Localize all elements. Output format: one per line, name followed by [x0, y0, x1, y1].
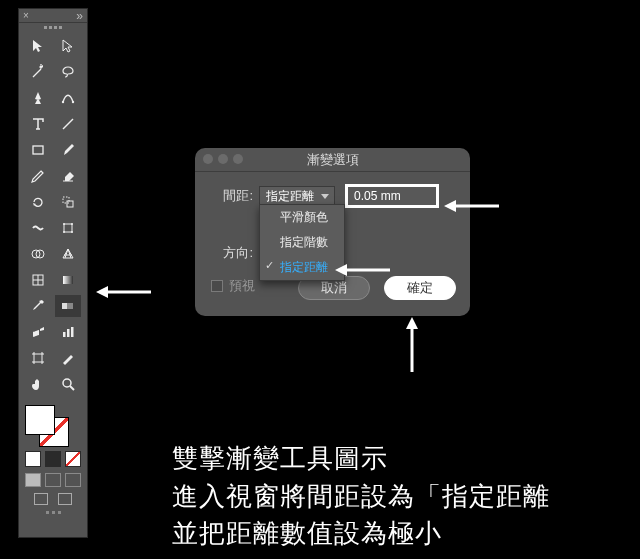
pen-tool[interactable]: [25, 87, 51, 109]
svg-point-0: [62, 101, 64, 103]
svg-marker-24: [96, 286, 108, 298]
svg-rect-14: [63, 276, 73, 284]
dialog-titlebar: 漸變選項: [195, 148, 470, 172]
panel-menu-icon[interactable]: »: [76, 11, 83, 21]
color-mode-solid[interactable]: [25, 451, 41, 467]
zoom-tool[interactable]: [55, 373, 81, 395]
preview-label: 預視: [229, 277, 255, 295]
scale-tool[interactable]: [55, 191, 81, 213]
spacing-label: 間距:: [209, 187, 253, 205]
fill-swatch[interactable]: [25, 405, 55, 435]
free-transform-tool[interactable]: [55, 217, 81, 239]
shaper-tool[interactable]: [25, 165, 51, 187]
traffic-min[interactable]: [218, 154, 228, 164]
traffic-close[interactable]: [203, 154, 213, 164]
tools-panel-header: × »: [19, 9, 87, 23]
type-tool[interactable]: [25, 113, 51, 135]
artboard-tool[interactable]: [25, 347, 51, 369]
svg-marker-30: [406, 317, 418, 329]
dd-option-smooth[interactable]: 平滑顏色: [260, 205, 344, 230]
rotate-tool[interactable]: [25, 191, 51, 213]
perspective-grid-tool[interactable]: [55, 243, 81, 265]
dialog-title-text: 漸變選項: [307, 151, 359, 169]
svg-point-7: [63, 223, 65, 225]
spacing-select[interactable]: 指定距離: [259, 186, 335, 206]
window-traffic-lights[interactable]: [203, 154, 243, 164]
slice-tool[interactable]: [55, 347, 81, 369]
blend-tool[interactable]: [55, 295, 81, 317]
arrow-to-blend-tool: [96, 282, 151, 302]
svg-line-2: [63, 119, 73, 129]
svg-rect-17: [63, 332, 66, 337]
edit-toolbar-icon[interactable]: [19, 511, 87, 518]
symbol-sprayer-tool[interactable]: [25, 321, 51, 343]
panel-grip[interactable]: [19, 23, 87, 31]
draw-normal[interactable]: [25, 473, 41, 487]
screen-mode-full[interactable]: [58, 493, 72, 505]
paintbrush-tool[interactable]: [55, 139, 81, 161]
svg-point-9: [63, 231, 65, 233]
spacing-value-text: 0.05 mm: [354, 189, 401, 203]
screen-mode-normal[interactable]: [34, 493, 48, 505]
svg-rect-3: [33, 146, 43, 154]
svg-rect-4: [67, 201, 73, 207]
color-swatches: [19, 399, 87, 473]
color-mode-none[interactable]: [65, 451, 81, 467]
tools-panel: × »: [18, 8, 88, 538]
svg-rect-16: [67, 303, 73, 309]
svg-rect-18: [67, 329, 70, 337]
svg-rect-6: [64, 224, 72, 232]
preview-checkbox[interactable]: [211, 280, 223, 292]
spacing-value-input[interactable]: 0.05 mm: [345, 184, 439, 208]
svg-rect-19: [71, 327, 74, 337]
lasso-tool[interactable]: [55, 61, 81, 83]
line-segment-tool[interactable]: [55, 113, 81, 135]
hand-tool[interactable]: [25, 373, 51, 395]
gradient-tool[interactable]: [55, 269, 81, 291]
eraser-tool[interactable]: [55, 165, 81, 187]
caption-line-1: 雙擊漸變工具圖示: [172, 443, 388, 473]
blend-options-dialog: 漸變選項 間距: 指定距離 0.05 mm 平滑顏色 指定階數 指定距離 方向:…: [195, 148, 470, 316]
spacing-select-value: 指定距離: [266, 188, 314, 205]
traffic-zoom[interactable]: [233, 154, 243, 164]
screen-mode-group: [19, 493, 87, 511]
svg-point-21: [63, 379, 71, 387]
direction-row: 方向:: [209, 244, 456, 262]
svg-point-8: [71, 223, 73, 225]
mesh-tool[interactable]: [25, 269, 51, 291]
magic-wand-tool[interactable]: [25, 61, 51, 83]
draw-behind[interactable]: [45, 473, 61, 487]
caption-line-3: 並把距離數值設為極小: [172, 518, 442, 548]
svg-rect-20: [34, 354, 42, 362]
fill-stroke-swatch[interactable]: [25, 405, 71, 445]
ok-button[interactable]: 確定: [384, 276, 456, 300]
width-tool[interactable]: [25, 217, 51, 239]
direction-label: 方向:: [209, 244, 253, 262]
spacing-row: 間距: 指定距離 0.05 mm 平滑顏色 指定階數 指定距離: [209, 184, 456, 208]
draw-mode-group: [19, 473, 87, 493]
caption-line-2: 進入視窗將間距設為「指定距離: [172, 481, 550, 511]
draw-inside[interactable]: [65, 473, 81, 487]
svg-rect-5: [63, 197, 69, 203]
shape-builder-tool[interactable]: [25, 243, 51, 265]
color-mode-gradient[interactable]: [45, 451, 61, 467]
svg-point-1: [72, 101, 74, 103]
eyedropper-tool[interactable]: [25, 295, 51, 317]
rectangle-tool[interactable]: [25, 139, 51, 161]
svg-line-22: [70, 386, 74, 390]
column-graph-tool[interactable]: [55, 321, 81, 343]
arrow-to-ok-button: [402, 317, 422, 372]
svg-point-10: [71, 231, 73, 233]
direct-selection-tool[interactable]: [55, 35, 81, 57]
tool-grid: [19, 31, 87, 399]
panel-close-icon[interactable]: ×: [23, 11, 29, 21]
spacing-dropdown: 平滑顏色 指定階數 指定距離: [259, 204, 345, 281]
curvature-pen-tool[interactable]: [55, 87, 81, 109]
selection-tool[interactable]: [25, 35, 51, 57]
instruction-caption: 雙擊漸變工具圖示 進入視窗將間距設為「指定距離 並把距離數值設為極小: [172, 440, 550, 553]
